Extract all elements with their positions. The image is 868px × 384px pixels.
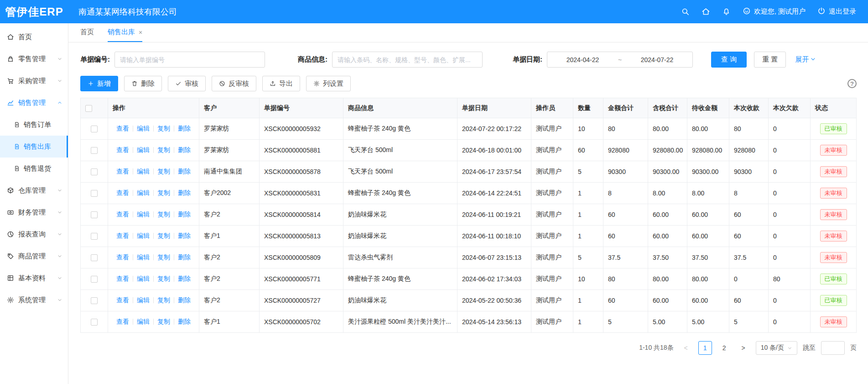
page-button-1[interactable]: 1 bbox=[698, 341, 712, 355]
view-link[interactable]: 查看 bbox=[116, 275, 129, 282]
table-row[interactable]: 查看编辑复制删除 客户1 XSCK00000005813 奶油味爆米花 2024… bbox=[81, 226, 857, 247]
table-row[interactable]: 查看编辑复制删除 客户2002 XSCK00000005831 蜂蜜柚子茶 24… bbox=[81, 183, 857, 204]
view-link[interactable]: 查看 bbox=[116, 168, 129, 175]
select-all-checkbox[interactable] bbox=[85, 105, 92, 112]
sidebar-item-sales-order[interactable]: 销售订单 bbox=[0, 114, 68, 136]
sidebar-item-reports[interactable]: 报表查询 bbox=[0, 223, 68, 245]
unaudit-button[interactable]: 反审核 bbox=[212, 76, 256, 91]
row-checkbox[interactable] bbox=[91, 211, 98, 218]
page-size-select[interactable]: 10 条/页 bbox=[756, 341, 797, 355]
view-link[interactable]: 查看 bbox=[116, 146, 129, 153]
copy-link[interactable]: 复制 bbox=[157, 189, 170, 196]
table-row[interactable]: 查看编辑复制删除 罗莱家纺 XSCK00000005881 飞天茅台 500ml… bbox=[81, 140, 857, 161]
sidebar-item-finance[interactable]: 财务管理 bbox=[0, 201, 68, 223]
delete-button[interactable]: 删除 bbox=[124, 76, 162, 91]
view-link[interactable]: 查看 bbox=[116, 189, 129, 196]
delete-link[interactable]: 删除 bbox=[178, 146, 191, 153]
page-jump-input[interactable] bbox=[821, 341, 845, 355]
view-link[interactable]: 查看 bbox=[116, 210, 129, 218]
row-checkbox[interactable] bbox=[91, 233, 98, 240]
copy-link[interactable]: 复制 bbox=[157, 168, 170, 175]
delete-link[interactable]: 删除 bbox=[178, 275, 191, 282]
next-page-button[interactable]: > bbox=[737, 341, 750, 355]
page-button-2[interactable]: 2 bbox=[717, 341, 731, 355]
date-start[interactable]: 2024-04-22 bbox=[567, 56, 599, 63]
delete-link[interactable]: 删除 bbox=[178, 125, 191, 132]
prev-page-button[interactable]: < bbox=[679, 341, 693, 355]
table-row[interactable]: 查看编辑复制删除 客户2 XSCK00000005771 蜂蜜柚子茶 240g … bbox=[81, 268, 857, 290]
column-settings-button[interactable]: 列设置 bbox=[306, 76, 351, 91]
edit-link[interactable]: 编辑 bbox=[137, 189, 150, 196]
delete-link[interactable]: 删除 bbox=[178, 232, 191, 239]
expand-link[interactable]: 展开 bbox=[795, 55, 816, 64]
copy-link[interactable]: 复制 bbox=[157, 253, 170, 261]
sidebar-item-purchase[interactable]: 采购管理 bbox=[0, 70, 68, 92]
sidebar-item-sales-return[interactable]: 销售退货 bbox=[0, 158, 68, 179]
copy-link[interactable]: 复制 bbox=[157, 318, 170, 325]
copy-link[interactable]: 复制 bbox=[157, 125, 170, 132]
edit-link[interactable]: 编辑 bbox=[137, 253, 150, 261]
view-link[interactable]: 查看 bbox=[116, 232, 129, 239]
welcome-user[interactable]: 欢迎您, 测试用户 bbox=[743, 7, 806, 16]
edit-link[interactable]: 编辑 bbox=[137, 318, 150, 325]
table-row[interactable]: 查看编辑复制删除 罗莱家纺 XSCK00000005932 蜂蜜柚子茶 240g… bbox=[81, 118, 857, 140]
delete-link[interactable]: 删除 bbox=[178, 253, 191, 261]
tab-home[interactable]: 首页 bbox=[80, 23, 94, 42]
copy-link[interactable]: 复制 bbox=[157, 210, 170, 218]
copy-link[interactable]: 复制 bbox=[157, 232, 170, 239]
edit-link[interactable]: 编辑 bbox=[137, 210, 150, 218]
delete-link[interactable]: 删除 bbox=[178, 168, 191, 175]
edit-link[interactable]: 编辑 bbox=[137, 168, 150, 175]
copy-link[interactable]: 复制 bbox=[157, 296, 170, 304]
home-icon[interactable] bbox=[702, 7, 710, 16]
tab-sales-outbound[interactable]: 销售出库 × bbox=[108, 23, 142, 42]
row-checkbox[interactable] bbox=[91, 126, 98, 132]
table-row[interactable]: 查看编辑复制删除 客户2 XSCK00000005814 奶油味爆米花 2024… bbox=[81, 204, 857, 226]
bell-icon[interactable] bbox=[722, 7, 731, 16]
add-button[interactable]: 新增 bbox=[80, 76, 118, 91]
view-link[interactable]: 查看 bbox=[116, 296, 129, 304]
row-checkbox[interactable] bbox=[91, 147, 98, 154]
edit-link[interactable]: 编辑 bbox=[137, 146, 150, 153]
sidebar-item-warehouse[interactable]: 仓库管理 bbox=[0, 179, 68, 201]
edit-link[interactable]: 编辑 bbox=[137, 232, 150, 239]
table-row[interactable]: 查看编辑复制删除 南通中集集团 XSCK00000005878 飞天茅台 500… bbox=[81, 161, 857, 183]
edit-link[interactable]: 编辑 bbox=[137, 125, 150, 132]
date-end[interactable]: 2024-07-22 bbox=[641, 56, 674, 63]
edit-link[interactable]: 编辑 bbox=[137, 275, 150, 282]
delete-link[interactable]: 删除 bbox=[178, 189, 191, 196]
export-button[interactable]: 导出 bbox=[262, 76, 300, 91]
view-link[interactable]: 查看 bbox=[116, 125, 129, 132]
edit-link[interactable]: 编辑 bbox=[137, 296, 150, 304]
doc-no-input[interactable] bbox=[114, 52, 265, 68]
delete-link[interactable]: 删除 bbox=[178, 318, 191, 325]
copy-link[interactable]: 复制 bbox=[157, 146, 170, 153]
delete-link[interactable]: 删除 bbox=[178, 210, 191, 218]
row-checkbox[interactable] bbox=[91, 319, 98, 326]
delete-link[interactable]: 删除 bbox=[178, 296, 191, 304]
search-button[interactable]: 查 询 bbox=[711, 52, 747, 68]
audit-button[interactable]: 审核 bbox=[168, 76, 206, 91]
sidebar-item-home[interactable]: 首页 bbox=[0, 26, 68, 48]
row-checkbox[interactable] bbox=[91, 168, 98, 175]
row-checkbox[interactable] bbox=[91, 190, 98, 197]
sidebar-item-retail[interactable]: 零售管理 bbox=[0, 48, 68, 70]
table-row[interactable]: 查看编辑复制删除 客户2 XSCK00000005727 奶油味爆米花 2024… bbox=[81, 290, 857, 311]
row-checkbox[interactable] bbox=[91, 297, 98, 304]
sidebar-item-products[interactable]: 商品管理 bbox=[0, 245, 68, 267]
logout-button[interactable]: 退出登录 bbox=[817, 7, 856, 16]
close-icon[interactable]: × bbox=[139, 29, 142, 36]
sidebar-item-sales[interactable]: 销售管理 bbox=[0, 92, 68, 114]
view-link[interactable]: 查看 bbox=[116, 253, 129, 261]
sidebar-item-sales-outbound[interactable]: 销售出库 bbox=[0, 136, 68, 158]
view-link[interactable]: 查看 bbox=[116, 318, 129, 325]
help-icon[interactable]: ? bbox=[847, 79, 857, 88]
product-info-input[interactable] bbox=[332, 52, 483, 68]
table-row[interactable]: 查看编辑复制删除 客户2 XSCK00000005809 雷达杀虫气雾剂 202… bbox=[81, 247, 857, 268]
row-checkbox[interactable] bbox=[91, 276, 98, 283]
sidebar-item-system[interactable]: 系统管理 bbox=[0, 289, 68, 311]
row-checkbox[interactable] bbox=[91, 254, 98, 261]
reset-button[interactable]: 重 置 bbox=[754, 52, 786, 68]
date-range-picker[interactable]: 2024-04-22 ~ 2024-07-22 bbox=[547, 52, 693, 68]
table-row[interactable]: 查看编辑复制删除 客户1 XSCK00000005702 美汁源果粒橙 500m… bbox=[81, 311, 857, 333]
